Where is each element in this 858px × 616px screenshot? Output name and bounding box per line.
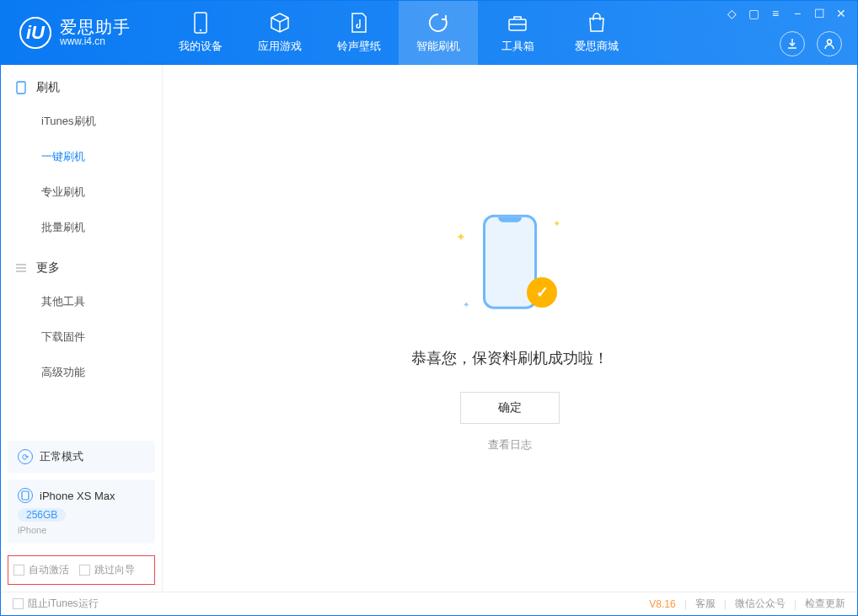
version-label: V8.16 [649, 598, 675, 610]
mode-card[interactable]: ⟳ 正常模式 [8, 441, 155, 473]
nav-label: 智能刷机 [416, 39, 460, 54]
block-itunes-checkbox[interactable]: 阻止iTunes运行 [13, 597, 99, 611]
checkbox-label: 自动激活 [29, 563, 69, 577]
highlighted-checkbox-area: 自动激活 跳过向导 [8, 555, 155, 585]
app-header: iU 爱思助手 www.i4.cn 我的设备 应用游戏 铃声壁纸 智能刷机 工具… [1, 1, 857, 65]
cube-icon [269, 12, 291, 34]
nav-store[interactable]: 爱思商城 [557, 1, 636, 65]
music-file-icon [348, 12, 370, 34]
svg-rect-9 [22, 491, 29, 500]
svg-point-1 [200, 29, 201, 31]
footer: 阻止iTunes运行 V8.16 | 客服 | 微信公众号 | 检查更新 [1, 592, 857, 615]
sidebar-section-more: 更多 [1, 245, 162, 284]
checkbox-icon [13, 565, 24, 576]
nav-apps-games[interactable]: 应用游戏 [240, 1, 319, 65]
sidebar-item-pro-flash[interactable]: 专业刷机 [1, 174, 162, 210]
logo-icon: iU [19, 17, 51, 49]
logo-text: 爱思助手 www.i4.cn [60, 18, 131, 47]
checkbox-label: 跳过向导 [94, 563, 135, 577]
section-title-label: 更多 [36, 260, 60, 276]
app-subtitle: www.i4.cn [60, 36, 131, 47]
nav-ringtones-wallpapers[interactable]: 铃声壁纸 [319, 1, 399, 65]
mode-icon: ⟳ [18, 449, 33, 464]
view-log-link[interactable]: 查看日志 [488, 437, 532, 453]
nav-label: 爱思商城 [575, 39, 619, 54]
maximize-icon[interactable]: ☐ [812, 6, 827, 21]
nav-my-device[interactable]: 我的设备 [161, 1, 240, 65]
refresh-shield-icon [427, 12, 449, 34]
svg-point-4 [828, 40, 832, 44]
sparkle-icon: ✦ [463, 300, 469, 309]
footer-link-wechat[interactable]: 微信公众号 [735, 597, 786, 611]
sidebar-item-oneclick-flash[interactable]: 一键刷机 [1, 139, 162, 174]
main-content: ✦ ✦ ✦ ✓ 恭喜您，保资料刷机成功啦！ 确定 查看日志 [163, 65, 857, 592]
device-icon [190, 12, 212, 34]
window-controls: ◇ ▢ ≡ − ☐ ✕ [724, 6, 849, 21]
sidebar-item-advanced[interactable]: 高级功能 [1, 355, 162, 390]
footer-link-support[interactable]: 客服 [695, 597, 716, 611]
sparkle-icon: ✦ [456, 230, 466, 244]
nav-label: 我的设备 [179, 39, 223, 54]
sparkle-icon: ✦ [553, 218, 560, 229]
storage-badge: 256GB [18, 508, 66, 522]
svg-rect-5 [17, 82, 25, 94]
nav-label: 应用游戏 [258, 39, 302, 54]
separator: | [684, 598, 687, 610]
sidebar-item-other-tools[interactable]: 其他工具 [1, 284, 162, 319]
device-icon-small [18, 488, 33, 503]
header-right-buttons [780, 31, 842, 56]
nav-smart-flash[interactable]: 智能刷机 [399, 1, 478, 65]
device-type: iPhone [18, 525, 145, 535]
sidebar-item-batch-flash[interactable]: 批量刷机 [1, 210, 162, 245]
main-nav: 我的设备 应用游戏 铃声壁纸 智能刷机 工具箱 爱思商城 [161, 1, 636, 65]
sidebar-item-download-firmware[interactable]: 下载固件 [1, 319, 162, 355]
device-cards: ⟳ 正常模式 iPhone XS Max 256GB iPhone [1, 434, 162, 550]
feedback-icon[interactable]: ▢ [746, 6, 761, 21]
checkmark-badge-icon: ✓ [527, 277, 557, 308]
download-button[interactable] [780, 31, 805, 56]
checkbox-icon [13, 598, 24, 609]
body-area: 刷机 iTunes刷机 一键刷机 专业刷机 批量刷机 更多 其他工具 下载固件 … [1, 65, 857, 592]
close-icon[interactable]: ✕ [834, 6, 849, 21]
success-illustration: ✦ ✦ ✦ ✓ [451, 205, 569, 323]
minimize-icon[interactable]: − [790, 6, 805, 21]
skip-guide-checkbox[interactable]: 跳过向导 [79, 563, 135, 577]
sidebar-item-itunes-flash[interactable]: iTunes刷机 [1, 104, 162, 139]
tshirt-icon[interactable]: ◇ [724, 6, 739, 21]
nav-label: 工具箱 [501, 39, 534, 54]
menu-icon[interactable]: ≡ [768, 6, 783, 21]
bag-icon [586, 12, 608, 34]
mode-label: 正常模式 [40, 449, 83, 464]
app-title: 爱思助手 [60, 18, 131, 36]
auto-activate-checkbox[interactable]: 自动激活 [13, 563, 69, 577]
checkbox-icon [79, 565, 90, 576]
checkbox-label: 阻止iTunes运行 [28, 597, 99, 611]
footer-link-update[interactable]: 检查更新 [805, 597, 845, 611]
logo-area: iU 爱思助手 www.i4.cn [1, 17, 161, 49]
sidebar-flash-items: iTunes刷机 一键刷机 专业刷机 批量刷机 [1, 104, 162, 245]
section-title-label: 刷机 [36, 80, 60, 95]
ok-button[interactable]: 确定 [460, 392, 560, 424]
nav-label: 铃声壁纸 [337, 39, 381, 54]
separator: | [724, 598, 727, 610]
sidebar: 刷机 iTunes刷机 一键刷机 专业刷机 批量刷机 更多 其他工具 下载固件 … [1, 65, 163, 592]
footer-right: V8.16 | 客服 | 微信公众号 | 检查更新 [649, 597, 845, 611]
success-message: 恭喜您，保资料刷机成功啦！ [411, 348, 609, 368]
list-icon [14, 261, 28, 275]
sidebar-section-flash: 刷机 [1, 65, 162, 104]
nav-toolbox[interactable]: 工具箱 [478, 1, 557, 65]
phone-small-icon [14, 81, 28, 94]
separator: | [794, 598, 796, 610]
sidebar-more-items: 其他工具 下载固件 高级功能 [1, 284, 162, 390]
user-button[interactable] [817, 31, 842, 56]
device-card[interactable]: iPhone XS Max 256GB iPhone [8, 479, 155, 544]
device-name: iPhone XS Max [40, 490, 115, 502]
toolbox-icon [507, 12, 528, 34]
